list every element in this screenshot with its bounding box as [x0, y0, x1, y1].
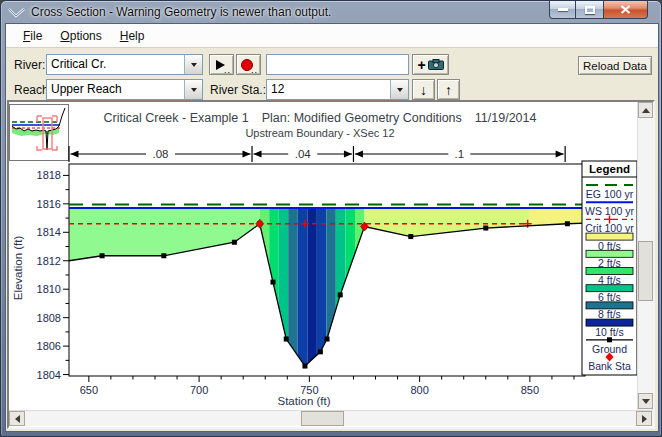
- next-station-up-button[interactable]: ↑: [437, 79, 460, 100]
- river-value: Critical Cr.: [47, 55, 184, 74]
- ellipsis: ..: [251, 65, 258, 75]
- svg-text:6 ft/s: 6 ft/s: [598, 291, 621, 303]
- chevron-down-icon: [397, 88, 403, 92]
- svg-text:Legend: Legend: [589, 163, 630, 175]
- x-axis-label: Station (ft): [49, 395, 559, 407]
- svg-text:EG 100 yr: EG 100 yr: [586, 188, 634, 200]
- menu-bar: File Options Help: [6, 24, 658, 48]
- river-station-label: River Sta.:: [210, 83, 266, 97]
- velocity-band: [364, 208, 529, 376]
- svg-text:1806: 1806: [37, 340, 61, 352]
- chart-panel: 6507007508008501804180618081810181218141…: [7, 100, 655, 429]
- velocity-band: [269, 208, 278, 376]
- titlebar[interactable]: Cross Section - Warning Geometry is newe…: [1, 1, 661, 23]
- up-arrow-icon: ↑: [445, 83, 452, 97]
- minimize-button[interactable]: [549, 1, 576, 19]
- plot-title-date: 11/19/2014: [475, 111, 537, 125]
- left-arrow-icon: [15, 415, 20, 423]
- river-label: River:: [14, 58, 45, 72]
- chevron-down-icon: [191, 63, 197, 67]
- plan-text-field[interactable]: [266, 54, 409, 75]
- menu-options[interactable]: Options: [51, 26, 110, 46]
- velocity-band: [307, 208, 316, 376]
- add-plot-to-report-button[interactable]: +: [412, 54, 449, 75]
- velocity-band: [260, 208, 269, 376]
- river-combobox[interactable]: Critical Cr.: [46, 54, 203, 75]
- reach-dropdown-button[interactable]: [184, 80, 202, 99]
- close-button[interactable]: [603, 1, 648, 19]
- velocity-band: [326, 208, 335, 376]
- scroll-down-button[interactable]: [638, 393, 653, 409]
- velocity-band: [355, 208, 364, 376]
- legend-box: LegendEG 100 yrWS 100 yrCrit 100 yr0 ft/…: [582, 161, 637, 375]
- down-arrow-icon: [642, 399, 650, 404]
- velocity-band: [530, 208, 585, 376]
- svg-text:1814: 1814: [37, 226, 61, 238]
- plot-subtitle: Upstream Boundary - XSec 12: [59, 127, 581, 139]
- reach-value: Upper Reach: [47, 80, 184, 99]
- up-arrow-icon: [642, 108, 650, 113]
- vertical-scroll-thumb[interactable]: [638, 241, 653, 301]
- svg-text:2 ft/s: 2 ft/s: [598, 257, 621, 269]
- svg-text:4 ft/s: 4 ft/s: [598, 274, 621, 286]
- svg-text:.08: .08: [153, 148, 169, 160]
- plus-icon: +: [417, 57, 425, 73]
- scroll-right-button[interactable]: [636, 411, 652, 426]
- plot-options-button[interactable]: ..: [209, 54, 234, 75]
- close-icon: [620, 5, 631, 14]
- svg-text:WS 100 yr: WS 100 yr: [585, 205, 635, 217]
- down-arrow-icon: ↓: [420, 83, 427, 97]
- animate-record-button[interactable]: ..: [236, 54, 261, 75]
- svg-text:Crit 100 yr: Crit 100 yr: [585, 222, 634, 234]
- svg-text:.1: .1: [455, 148, 465, 160]
- horizontal-scroll-thumb[interactable]: [301, 411, 344, 426]
- menu-file[interactable]: File: [14, 26, 51, 46]
- svg-text:Bank Sta: Bank Sta: [588, 360, 631, 372]
- window-title: Cross Section - Warning Geometry is newe…: [31, 5, 331, 19]
- camera-icon: [428, 59, 444, 70]
- ellipsis: ..: [224, 65, 231, 75]
- river-station-dropdown-button[interactable]: [390, 80, 408, 99]
- svg-text:1808: 1808: [37, 312, 61, 324]
- velocity-band: [279, 208, 288, 376]
- chevron-down-icon: [191, 88, 197, 92]
- manning-n-row: .08.04.1: [69, 146, 565, 162]
- velocity-band: [346, 208, 355, 376]
- velocity-bands: [69, 208, 585, 376]
- maximize-icon: [585, 6, 595, 14]
- svg-text:1816: 1816: [37, 198, 61, 210]
- right-arrow-icon: [642, 415, 647, 423]
- scroll-up-button[interactable]: [638, 102, 653, 118]
- velocity-band: [298, 208, 308, 376]
- velocity-band: [288, 208, 297, 376]
- vertical-scrollbar[interactable]: [637, 102, 653, 410]
- plot-title-plan: Plan: Modified Geometry Conditions: [262, 111, 462, 125]
- svg-text:1810: 1810: [37, 283, 61, 295]
- next-station-down-button[interactable]: ↓: [412, 79, 435, 100]
- svg-text:1812: 1812: [37, 255, 61, 267]
- app-icon: [8, 6, 25, 19]
- river-station-value: 12: [267, 80, 390, 99]
- reload-data-button[interactable]: Reload Data: [578, 56, 652, 75]
- menu-help[interactable]: Help: [111, 26, 154, 46]
- plot-title-project: Critical Creek - Example 1: [104, 111, 249, 125]
- svg-text:.04: .04: [295, 148, 312, 160]
- cross-section-window: Cross Section - Warning Geometry is newe…: [0, 0, 662, 437]
- y-axis-label: Elevation (ft): [12, 230, 24, 306]
- svg-text:8 ft/s: 8 ft/s: [598, 308, 621, 320]
- cross-section-plot[interactable]: 6507007508008501804180618081810181218141…: [9, 102, 637, 410]
- velocity-band: [69, 208, 260, 376]
- svg-text:10 ft/s: 10 ft/s: [595, 326, 624, 338]
- river-station-combobox[interactable]: 12: [266, 79, 409, 100]
- svg-text:0 ft/s: 0 ft/s: [598, 240, 621, 252]
- plot-title: Critical Creek - Example 1 Plan: Modifie…: [59, 111, 581, 125]
- svg-text:1804: 1804: [37, 369, 61, 381]
- minimize-icon: [558, 8, 568, 11]
- reach-combobox[interactable]: Upper Reach: [46, 79, 203, 100]
- horizontal-scrollbar[interactable]: [9, 410, 653, 426]
- river-dropdown-button[interactable]: [184, 55, 202, 74]
- svg-text:1818: 1818: [37, 169, 61, 181]
- scroll-left-button[interactable]: [9, 411, 25, 426]
- client-area: File Options Help River: Critical Cr. ..…: [5, 23, 659, 432]
- maximize-button[interactable]: [576, 1, 603, 19]
